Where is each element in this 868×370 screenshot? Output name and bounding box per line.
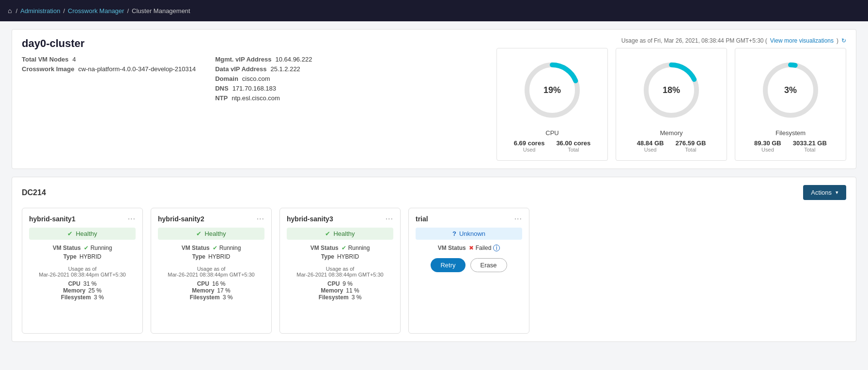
- node-details-1: VM Status ✔ Running Type HYBRID Usage as…: [158, 245, 264, 301]
- info-icon-3[interactable]: i: [493, 245, 500, 251]
- memory-value-1: 17 %: [217, 287, 230, 294]
- filesystem-label-0: Filesystem: [61, 294, 91, 301]
- vm-status-label-3: VM Status: [438, 245, 466, 251]
- cpu-label-1: CPU: [197, 280, 209, 287]
- node-menu-3[interactable]: ···: [514, 215, 522, 223]
- crosswork-image-label: Crosswork Image: [22, 65, 74, 73]
- cpu-value-0: 31 %: [83, 280, 96, 287]
- gauge-used-label-cpu: Used: [523, 147, 536, 153]
- usage-timestamp-text: Usage as of Fri, Mar 26, 2021, 08:38:44 …: [621, 37, 767, 44]
- total-vm-nodes-label: Total VM Nodes: [22, 56, 69, 63]
- node-menu-1[interactable]: ···: [257, 215, 264, 223]
- gauge-used-cpu: 6.69 cores Used: [514, 139, 545, 153]
- gauge-stats-cpu: 6.69 cores Used 36.00 cores Total: [505, 139, 600, 153]
- vm-status-row-1: VM Status ✔ Running: [158, 245, 264, 251]
- chevron-down-icon: ▾: [836, 189, 838, 196]
- refresh-icon[interactable]: ↻: [841, 37, 846, 44]
- view-more-visualizations-link[interactable]: View more visualizations: [770, 37, 834, 44]
- running-icon-0: ✔: [84, 245, 89, 251]
- usage-as-of-1: Usage as ofMar-26-2021 08:38:44pm GMT+5:…: [158, 266, 264, 278]
- node-card-0: hybrid-sanity1 ··· ✔ Healthy VM Status ✔…: [22, 208, 143, 334]
- domain-label: Domain: [215, 75, 238, 82]
- gauge-title-filesystem: Filesystem: [743, 129, 838, 137]
- home-icon[interactable]: ⌂: [8, 7, 12, 15]
- failed-icon-3: ✖: [469, 245, 474, 251]
- running-icon-2: ✔: [341, 245, 346, 251]
- gauge-svg-filesystem: 3%: [757, 56, 824, 124]
- node-name-2: hybrid-sanity3: [287, 215, 333, 223]
- gauge-card-filesystem: 3% Filesystem 89.30 GB Used 3033.21 GB T…: [735, 48, 846, 161]
- running-icon-1: ✔: [213, 245, 217, 251]
- status-badge-0: ✔ Healthy: [29, 228, 136, 240]
- ntp-label: NTP: [215, 94, 228, 102]
- actions-label: Actions: [811, 189, 832, 196]
- type-row-2: Type HYBRID: [287, 253, 393, 260]
- cluster-header-card: day0-cluster Total VM Nodes 4 Crosswork …: [12, 29, 856, 169]
- memory-row-2: Memory 11 %: [287, 287, 393, 294]
- type-row-1: Type HYBRID: [158, 253, 264, 260]
- filesystem-label-1: Filesystem: [190, 294, 220, 301]
- node-menu-2[interactable]: ···: [386, 215, 393, 223]
- node-card-header-1: hybrid-sanity2 ···: [158, 215, 264, 223]
- actions-button[interactable]: Actions ▾: [803, 185, 846, 200]
- vm-status-value-3: ✖ Failed i: [469, 245, 500, 251]
- node-details-3: VM Status ✖ Failed i: [416, 245, 522, 251]
- status-label-2: Healthy: [333, 230, 355, 237]
- gauge-title-cpu: CPU: [505, 129, 600, 137]
- breadcrumb-crosswork-manager[interactable]: Crosswork Manager: [68, 7, 124, 15]
- memory-label-0: Memory: [63, 287, 85, 294]
- cpu-row-1: CPU 16 %: [158, 280, 264, 287]
- retry-button-3[interactable]: Retry: [431, 258, 465, 272]
- status-badge-2: ✔ Healthy: [287, 228, 393, 240]
- gauge-total-val-memory: 276.59 GB: [675, 139, 706, 147]
- gauge-used-label-memory: Used: [644, 147, 657, 153]
- gauge-total-val-cpu: 36.00 cores: [556, 139, 590, 147]
- node-card-3: trial ··· ? Unknown VM Status ✖ Failed i…: [408, 208, 529, 334]
- cluster-info-right-col: Mgmt. vIP Address 10.64.96.222 Data vIP …: [215, 56, 312, 102]
- gauge-total-memory: 276.59 GB Total: [675, 139, 706, 153]
- memory-label-2: Memory: [321, 287, 343, 294]
- gauge-total-label-cpu: Total: [568, 147, 579, 153]
- main-content: day0-cluster Total VM Nodes 4 Crosswork …: [0, 21, 868, 350]
- cpu-label-2: CPU: [327, 280, 340, 287]
- vm-status-row-3: VM Status ✖ Failed i: [416, 245, 522, 251]
- node-name-1: hybrid-sanity2: [158, 215, 204, 223]
- type-label-0: Type: [63, 253, 77, 260]
- breadcrumb-administration[interactable]: Administration: [20, 7, 60, 15]
- ntp-value: ntp.esl.cisco.com: [232, 94, 280, 102]
- gauge-used-val-memory: 48.84 GB: [637, 139, 664, 147]
- node-details-0: VM Status ✔ Running Type HYBRID Usage as…: [29, 245, 136, 301]
- gauge-used-memory: 48.84 GB Used: [637, 139, 664, 153]
- dc-section: DC214 Actions ▾ hybrid-sanity1 ··· ✔ Hea…: [12, 177, 856, 342]
- type-value-1: HYBRID: [208, 253, 230, 260]
- domain-value: cisco.com: [242, 75, 270, 82]
- status-badge-1: ✔ Healthy: [158, 228, 264, 240]
- breadcrumb: / Administration / Crosswork Manager / C…: [16, 7, 190, 15]
- dc-title: DC214: [22, 188, 46, 197]
- erase-button-3[interactable]: Erase: [470, 258, 507, 272]
- gauge-used-filesystem: 89.30 GB Used: [754, 139, 781, 153]
- usage-end-paren: ): [837, 37, 838, 44]
- filesystem-label-2: Filesystem: [319, 294, 349, 301]
- filesystem-row-2: Filesystem 3 %: [287, 294, 393, 301]
- filesystem-value-0: 3 %: [94, 294, 104, 301]
- dns-value: 171.70.168.183: [232, 85, 276, 92]
- vm-status-label-2: VM Status: [310, 245, 339, 251]
- usage-as-of-2: Usage as ofMar-26-2021 08:38:44pm GMT+5:…: [287, 266, 393, 278]
- cluster-info-left-col: Total VM Nodes 4 Crosswork Image cw-na-p…: [22, 56, 196, 102]
- usage-section-1: Usage as ofMar-26-2021 08:38:44pm GMT+5:…: [158, 266, 264, 301]
- svg-text:3%: 3%: [784, 85, 797, 95]
- gauge-total-filesystem: 3033.21 GB Total: [793, 139, 827, 153]
- gauge-total-cpu: 36.00 cores Total: [556, 139, 590, 153]
- breadcrumb-separator: /: [16, 7, 17, 15]
- type-value-2: HYBRID: [337, 253, 359, 260]
- crosswork-image-value: cw-na-platform-4.0.0-347-develop-210314: [78, 65, 196, 73]
- node-menu-0[interactable]: ···: [128, 215, 136, 223]
- node-card-header-2: hybrid-sanity3 ···: [287, 215, 393, 223]
- cpu-label-0: CPU: [68, 280, 80, 287]
- data-vip-value: 25.1.2.222: [270, 65, 300, 73]
- topbar: ⌂ / Administration / Crosswork Manager /…: [0, 0, 868, 21]
- check-icon-2: ✔: [325, 230, 330, 237]
- filesystem-row-0: Filesystem 3 %: [29, 294, 136, 301]
- mgmt-vip-label: Mgmt. vIP Address: [215, 56, 271, 63]
